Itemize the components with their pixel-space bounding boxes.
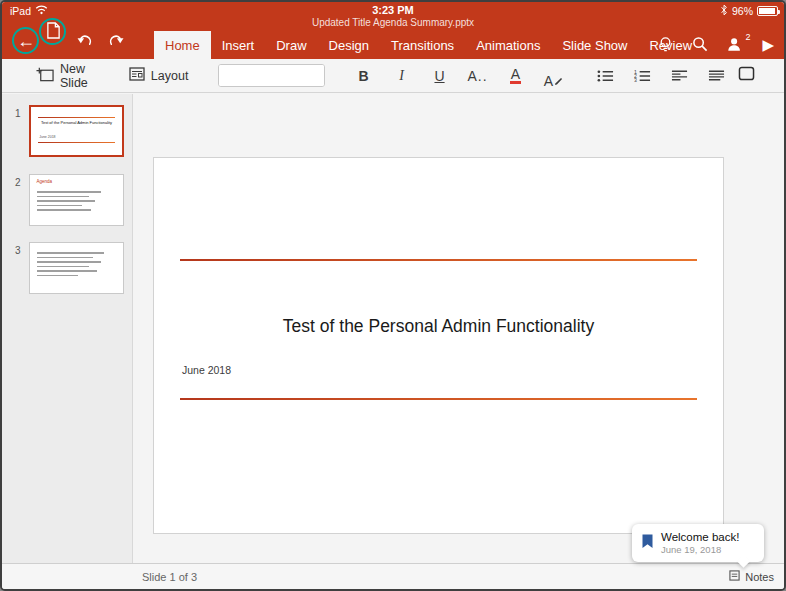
underline-button[interactable]: U [421,63,459,89]
undo-button[interactable] [74,33,96,51]
document-title: Updated Title Agenda Summary.pptx [122,17,664,28]
app-header: iPad 3:23 PM 96% Updated Title Agenda Su… [2,2,784,59]
header-right-actions: 2 ▶ [658,30,774,58]
battery-percent: 96% [732,5,753,17]
shape-outline-icon [738,66,755,85]
ribbon-tabs: Home Insert Draw Design Transitions Anim… [154,31,703,59]
undo-icon [76,33,95,52]
mini-heading: Agenda [37,179,53,184]
welcome-back-callout[interactable]: Welcome back! June 19, 2018 [632,524,764,562]
mini-title: Test of the Personal Admin Functionality [33,121,120,126]
thumbnail-number: 1 [15,108,21,119]
ideas-lightbulb-icon[interactable] [658,36,673,53]
bold-button[interactable]: B [345,63,383,89]
battery-icon [757,6,778,16]
align-button[interactable] [700,63,734,89]
text-effects-button[interactable]: A [535,63,573,89]
tab-home[interactable]: Home [154,31,211,59]
font-color-button[interactable]: A [497,63,535,89]
thumbnail-text-lines [37,249,112,279]
slide-canvas[interactable]: Test of the Personal Admin Functionality… [153,157,724,534]
thumbnail-text-lines [37,188,112,214]
font-size-input[interactable] [303,65,324,86]
slide-counter: Slide 1 of 3 [142,571,197,583]
mini-rule [38,117,114,118]
document-icon [46,22,61,43]
back-arrow-icon: ← [17,31,35,52]
slide-thumbnail-panel: 1 Test of the Personal Admin Functionali… [2,94,133,563]
status-right: 96% [720,4,778,18]
more-formatting-button[interactable]: A.. [459,63,497,89]
paragraph-group: 123 [589,63,734,89]
shape-styles-button[interactable] [734,63,760,89]
layout-label: Layout [151,69,189,83]
slide-accent-line-top [180,259,697,261]
search-icon[interactable] [692,36,708,52]
present-play-icon[interactable]: ▶ [762,37,774,52]
slide-accent-line-bottom [180,398,697,400]
notes-label: Notes [745,571,774,583]
numbering-button[interactable]: 123 [626,63,660,89]
callout-text: Welcome back! June 19, 2018 [661,531,739,555]
tab-insert[interactable]: Insert [211,31,266,59]
editing-canvas[interactable]: Test of the Personal Admin Functionality… [134,94,784,563]
tab-design[interactable]: Design [318,31,380,59]
thumbnail-number: 2 [15,177,21,188]
notes-icon [729,570,740,583]
font-controls [218,64,324,87]
bullets-button[interactable] [589,63,623,89]
redo-button[interactable] [104,33,126,51]
layout-icon [129,67,145,84]
thumbnail-number: 3 [15,245,21,256]
text-effects-label: A [544,73,553,89]
svg-text:3: 3 [634,77,637,83]
bluetooth-icon [720,4,728,18]
tab-draw[interactable]: Draw [265,31,317,59]
share-people-icon[interactable]: 2 [727,37,743,52]
notes-button[interactable]: Notes [729,570,774,583]
new-slide-label: New Slide [60,62,107,90]
font-format-group: B I U A.. A A [345,63,573,89]
font-color-label: A [510,67,521,85]
font-name-input[interactable] [219,65,303,86]
file-actions-button[interactable] [42,22,64,43]
mini-date: June 2018 [39,135,55,139]
indent-button[interactable] [663,63,697,89]
thumbnail-slide-3[interactable] [29,242,124,294]
callout-title: Welcome back! [661,531,739,543]
slide-date-textbox[interactable]: June 2018 [182,364,231,376]
status-footer: Slide 1 of 3 Notes [2,563,784,589]
thumbnail-slide-2[interactable]: Agenda [29,174,124,226]
clock: 3:23 PM [2,4,784,16]
new-slide-button[interactable]: New Slide [36,62,107,90]
powerpoint-ipad-app: iPad 3:23 PM 96% Updated Title Agenda Su… [0,0,786,591]
mini-rule [38,142,114,143]
redo-icon [106,33,125,52]
formatting-toolbar: New Slide Layout B I U A.. A A [2,59,784,93]
slide-title-textbox[interactable]: Test of the Personal Admin Functionality [174,316,703,337]
thumbnail-slide-1[interactable]: Test of the Personal Admin Functionality… [29,105,124,157]
tab-slide-show[interactable]: Slide Show [551,31,638,59]
new-slide-icon [36,67,54,85]
tab-transitions[interactable]: Transitions [380,31,465,59]
bookmark-icon [642,534,653,553]
pen-icon [554,73,563,89]
tab-animations[interactable]: Animations [465,31,551,59]
back-button[interactable]: ← [14,30,38,52]
italic-button[interactable]: I [383,63,421,89]
presence-count-badge: 2 [745,32,750,42]
layout-button[interactable]: Layout [129,67,189,84]
callout-date: June 19, 2018 [661,544,739,555]
